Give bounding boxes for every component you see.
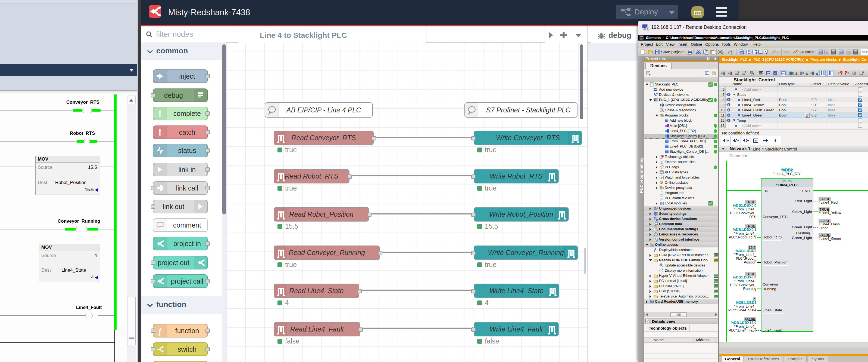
svg-text:I: I: [728, 99, 728, 101]
svg-text:01: 01: [741, 52, 743, 54]
svg-text:?: ?: [662, 264, 663, 268]
svg-text:I: I: [728, 109, 728, 111]
svg-text:I: I: [728, 114, 728, 116]
svg-text:I: I: [728, 93, 728, 96]
svg-text:I: I: [728, 104, 728, 106]
svg-text:I: I: [728, 119, 728, 122]
svg-text:i: i: [661, 192, 661, 194]
svg-text:??: ??: [754, 139, 757, 142]
svg-text:RT: RT: [766, 52, 769, 55]
